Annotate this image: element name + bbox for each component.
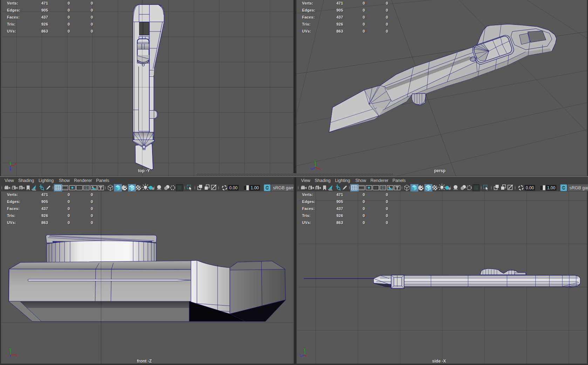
- svg-text:0.00: 0.00: [526, 185, 534, 190]
- svg-text:1.00: 1.00: [251, 185, 259, 190]
- svg-text:sRGB gamm: sRGB gamm: [569, 185, 588, 190]
- svg-text:y: y: [9, 348, 11, 351]
- svg-text:z: z: [299, 353, 301, 356]
- svg-text:0.00: 0.00: [229, 185, 238, 190]
- svg-text:1.00: 1.00: [547, 185, 555, 190]
- svg-text:sRGB gamm: sRGB gamm: [273, 185, 295, 190]
- svg-text:y: y: [9, 161, 11, 164]
- svg-text:x: x: [15, 162, 17, 166]
- svg-text:x: x: [16, 353, 18, 357]
- svg-text:x: x: [320, 168, 321, 171]
- svg-text:z: z: [310, 167, 312, 170]
- svg-text:y: y: [304, 348, 306, 351]
- svg-text:ON: ON: [562, 187, 566, 189]
- svg-text:y: y: [314, 160, 316, 163]
- svg-text:ON: ON: [266, 187, 269, 189]
